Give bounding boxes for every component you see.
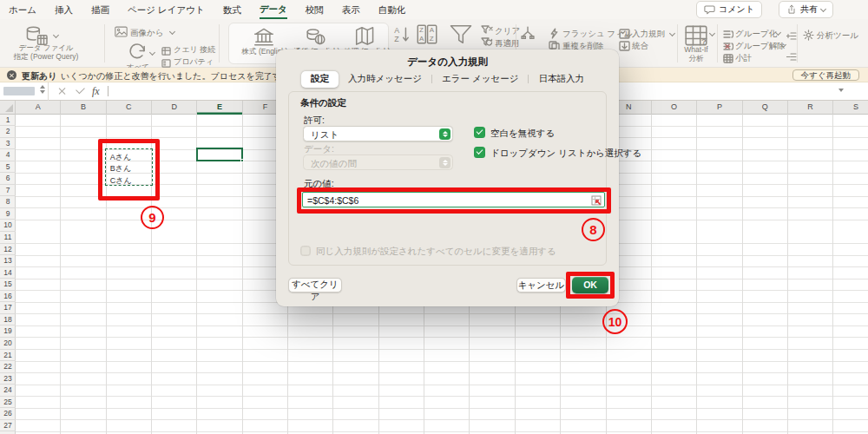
menu-tab-自動化[interactable]: 自動化 — [378, 2, 406, 18]
hide-detail-icon[interactable] — [786, 49, 797, 65]
ignore-blank-checkbox[interactable] — [474, 127, 485, 138]
analysis-tools-label: 分析ツール — [817, 30, 858, 42]
row-header-22[interactable]: 22 — [0, 361, 16, 373]
properties-label: プロパティ — [174, 56, 214, 68]
dialog-tab-4[interactable]: 日本語入力 — [529, 71, 594, 88]
menu-tab-数式[interactable]: 数式 — [223, 2, 241, 18]
dialog-tab-1[interactable]: 設定 — [301, 71, 339, 88]
menu-tab-ページ レイアウト[interactable]: ページ レイアウト — [128, 2, 205, 18]
queries-connections-label: クエリ 接続 — [174, 44, 215, 56]
comment-button[interactable]: コメント — [696, 1, 762, 18]
svg-text:A: A — [419, 35, 424, 43]
row-header-4[interactable]: 4 — [0, 149, 16, 161]
data-value: 次の値の間 — [311, 158, 357, 170]
column-header-R[interactable]: R — [788, 101, 833, 115]
row-header-13[interactable]: 13 — [0, 255, 16, 267]
row-header-26[interactable]: 26 — [0, 408, 16, 420]
row-headers[interactable]: 1234567891011121314151617181920212223242… — [0, 115, 16, 434]
dialog-tab-3[interactable]: エラー メッセージ — [432, 71, 528, 88]
dialog-tab-strip: 設定入力時メッセージエラー メッセージ日本語入力 — [276, 71, 619, 87]
formula-input[interactable] — [108, 86, 108, 96]
data-stepper-icon — [439, 157, 450, 168]
row-header-6[interactable]: 6 — [0, 173, 16, 185]
column-header-P[interactable]: P — [697, 101, 742, 115]
confirm-entry-icon[interactable] — [76, 85, 85, 95]
in-cell-dropdown-checkbox[interactable] — [474, 147, 485, 158]
row-header-14[interactable]: 14 — [0, 267, 16, 279]
allow-select[interactable]: リスト — [303, 126, 453, 141]
row-header-7[interactable]: 7 — [0, 185, 16, 197]
name-box-selection — [3, 87, 35, 95]
column-header-Q[interactable]: Q — [743, 101, 788, 115]
ribbon-divider — [219, 24, 220, 62]
svg-text:A: A — [394, 26, 399, 35]
column-header-S[interactable]: S — [833, 101, 868, 115]
allow-stepper-icon — [439, 128, 450, 140]
menu-tab-描画[interactable]: 描画 — [91, 2, 109, 18]
row-header-15[interactable]: 15 — [0, 279, 16, 291]
row-header-20[interactable]: 20 — [0, 338, 16, 350]
row-header-21[interactable]: 21 — [0, 350, 16, 362]
row-header-23[interactable]: 23 — [0, 373, 16, 385]
cancel-button[interactable]: キャンセル — [516, 278, 566, 293]
formula-bar-expand-icon[interactable] — [838, 89, 844, 92]
what-if-label-1: What-If — [675, 45, 717, 54]
menu-tab-挿入[interactable]: 挿入 — [55, 2, 73, 18]
subtotal-button[interactable] — [723, 51, 733, 67]
menu-tab-ホーム[interactable]: ホーム — [9, 2, 36, 18]
clear-all-button[interactable]: すべてクリア — [288, 278, 342, 293]
validation-chevron-icon — [669, 30, 675, 36]
row-header-10[interactable]: 10 — [0, 220, 16, 232]
column-header-O[interactable]: O — [652, 101, 697, 115]
row-header-19[interactable]: 19 — [0, 326, 16, 338]
row-header-18[interactable]: 18 — [0, 314, 16, 326]
column-header-C[interactable]: C — [107, 101, 152, 115]
active-cell[interactable] — [196, 148, 243, 161]
column-header-E[interactable]: E — [197, 101, 242, 115]
row-header-3[interactable]: 3 — [0, 138, 16, 150]
chevron-down-icon — [820, 5, 826, 11]
row-header-11[interactable]: 11 — [0, 232, 16, 244]
update-badge: 更新あり — [22, 70, 56, 82]
comment-icon — [704, 4, 715, 15]
row-header-16[interactable]: 16 — [0, 291, 16, 303]
svg-text:Z: Z — [394, 35, 399, 43]
row-header-27[interactable]: 27 — [0, 420, 16, 432]
row-header-12[interactable]: 12 — [0, 244, 16, 256]
row-header-9[interactable]: 9 — [0, 208, 16, 220]
fx-icon[interactable]: fx — [92, 85, 100, 98]
analysis-tools-button[interactable] — [803, 29, 814, 44]
row-header-8[interactable]: 8 — [0, 196, 16, 208]
show-detail-icon[interactable] — [786, 29, 797, 44]
row-header-5[interactable]: 5 — [0, 161, 16, 174]
share-button[interactable]: 共有 — [779, 1, 833, 18]
column-header-B[interactable]: B — [61, 101, 106, 115]
cancel-entry-icon[interactable] — [57, 87, 66, 95]
dialog-title: データの入力規則 — [276, 56, 619, 69]
column-header-D[interactable]: D — [152, 101, 197, 115]
update-close-icon[interactable] — [7, 70, 16, 80]
name-box[interactable] — [0, 82, 49, 101]
menu-tab-データ[interactable]: データ — [260, 1, 287, 19]
from-image-button[interactable] — [115, 25, 128, 41]
menu-tab-表示[interactable]: 表示 — [342, 2, 360, 18]
row-header-2[interactable]: 2 — [0, 126, 16, 138]
row-header-17[interactable]: 17 — [0, 302, 16, 314]
column-header-A[interactable]: A — [16, 101, 61, 115]
name-box-stepper[interactable] — [40, 85, 45, 94]
select-all-corner[interactable] — [0, 101, 16, 115]
text-to-columns-button[interactable] — [521, 26, 535, 43]
sort-button[interactable]: ZAAZ — [416, 23, 438, 49]
fill-handle[interactable] — [240, 159, 245, 163]
row-header-25[interactable]: 25 — [0, 397, 16, 409]
menu-tab-校閲[interactable]: 校閲 — [306, 2, 324, 18]
dialog-tab-2[interactable]: 入力時メッセージ — [339, 71, 431, 88]
row-header-24[interactable]: 24 — [0, 385, 16, 397]
filter-button[interactable] — [448, 23, 474, 49]
criteria-section-label: 条件の設定 — [300, 97, 346, 109]
restart-now-button[interactable]: 今すぐ再起動 — [792, 69, 859, 82]
row-header-1[interactable]: 1 — [0, 115, 16, 127]
ignore-blank-label: 空白を無視する — [490, 128, 555, 140]
sort-az-button[interactable]: AZ — [393, 25, 411, 47]
consolidate-button[interactable] — [619, 39, 630, 55]
